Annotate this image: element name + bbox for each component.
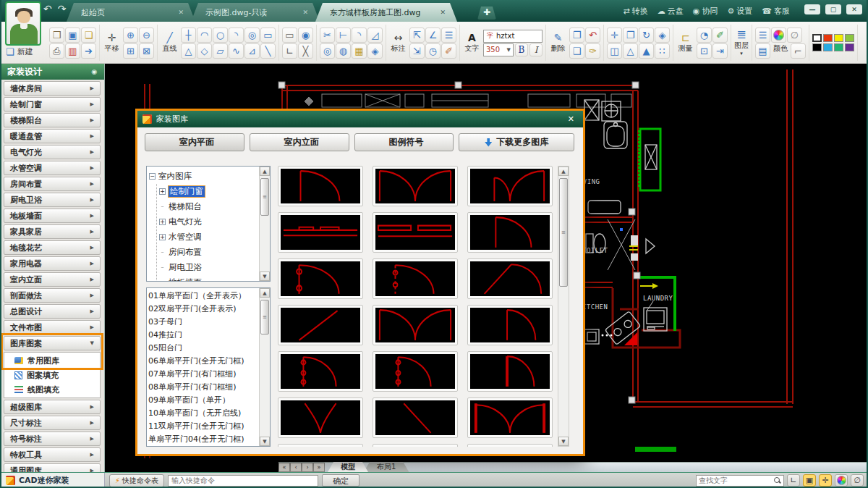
fillet-button[interactable]: ◝ [352, 28, 367, 43]
sidebar-subitem[interactable]: 线图填充 [4, 382, 100, 397]
door-tile[interactable] [373, 444, 458, 447]
layout-tab[interactable]: 模型 [328, 462, 368, 472]
door-tile[interactable] [467, 444, 553, 447]
rotate-button[interactable]: ↻ [639, 28, 654, 43]
door-tile[interactable] [373, 166, 458, 206]
door-tile[interactable] [373, 212, 458, 253]
layout-tab[interactable]: 布局1 [364, 462, 409, 472]
tree-toggle-icon[interactable] [159, 264, 166, 271]
print-button[interactable]: ⎙ [49, 43, 64, 59]
tree-node[interactable]: 厨电卫浴 [159, 260, 258, 275]
extend-button[interactable]: ⊢ [336, 28, 351, 43]
trim-button[interactable]: ✂ [320, 28, 335, 43]
color-swatch[interactable] [812, 34, 822, 42]
command-input[interactable] [168, 475, 318, 487]
tab-close-icon[interactable]: ✕ [302, 9, 308, 16]
door-tile[interactable] [278, 305, 363, 345]
door-tile[interactable] [278, 166, 363, 206]
sidebar-header[interactable]: 家装设计 ◉ [0, 64, 104, 80]
door-tile[interactable] [467, 212, 553, 253]
zoom-extents-button[interactable]: ⊠ [139, 43, 154, 59]
dim-baseline-button[interactable]: ☰ [441, 28, 456, 43]
tree-toggle-icon[interactable] [159, 234, 166, 240]
copy-button[interactable]: ❐ [569, 28, 584, 43]
tree-node[interactable]: 房间布置 [159, 245, 258, 260]
view-next-button[interactable]: ⇥ [712, 43, 728, 59]
block-list-item[interactable]: 11双扇平开门(全开无门框) [148, 420, 258, 433]
undo-button[interactable]: ↶ [585, 28, 600, 43]
font-size-select[interactable]: 350▼ [483, 43, 514, 56]
user-avatar[interactable] [5, 1, 41, 46]
color-swatch[interactable] [812, 43, 822, 51]
sidebar-item[interactable]: 总图设计 ▶ [4, 304, 101, 319]
color-swatch[interactable] [823, 34, 833, 42]
back-icon[interactable]: ↶ [43, 4, 52, 14]
titlebar-menu-item[interactable]: 协同 [693, 6, 718, 17]
region-button[interactable]: ◍ [336, 43, 351, 59]
circle-button[interactable]: ◎ [244, 28, 260, 43]
tree-scrollbar[interactable]: ▲ ▼ [259, 167, 270, 281]
tree-node[interactable]: 楼梯阳台 [159, 199, 258, 214]
ok-button[interactable]: 确定 [322, 474, 359, 487]
sidebar-item[interactable]: 地毯花艺 ▶ [4, 240, 101, 255]
door-tile[interactable] [373, 258, 458, 299]
move-button[interactable]: ✛ [607, 28, 622, 43]
pan-tool[interactable]: ✛平移 [103, 33, 121, 54]
first-tab-icon[interactable]: « [278, 463, 290, 472]
triangle-button[interactable]: △ [181, 43, 196, 59]
tree-toggle-icon[interactable] [159, 249, 166, 256]
new-tab-button[interactable]: ✚ [477, 7, 496, 20]
door-tile[interactable] [467, 351, 553, 392]
sidebar-item[interactable]: 文件布图 ▶ [4, 320, 101, 335]
line-tool[interactable]: ╱直线 [161, 33, 179, 54]
door-tile[interactable] [278, 397, 363, 438]
door-tile[interactable] [373, 397, 458, 438]
scale-button[interactable]: △ [623, 43, 638, 59]
scroll-down-icon[interactable]: ▼ [260, 272, 270, 281]
sidebar-item[interactable]: 剖面做法 ▶ [4, 288, 101, 303]
tree-toggle-icon[interactable] [159, 188, 166, 195]
color-swatch[interactable] [834, 43, 843, 51]
parallelogram-button[interactable]: ▱ [213, 43, 228, 59]
mark-button[interactable]: ✐ [712, 28, 728, 43]
prev-tab-icon[interactable]: ‹ [290, 463, 302, 472]
minimize-button[interactable]: — [804, 4, 820, 14]
segment-button[interactable]: ╲ [260, 43, 276, 59]
sidebar-item[interactable]: 墙体房间 ▶ [4, 81, 101, 96]
sidebar-item[interactable]: 尺寸标注 ▶ [4, 416, 101, 430]
sidebar-item[interactable]: 楼梯阳台 ▶ [4, 113, 101, 127]
block-list-item[interactable]: 10单扇平面门（无开启线) [148, 407, 258, 420]
scroll-down-icon[interactable]: ▼ [558, 437, 569, 446]
list-scrollbar[interactable]: ▲ ▼ [259, 288, 270, 446]
dialog-tab[interactable]: 图例符号 [354, 133, 454, 151]
sidebar-item[interactable]: 房间布置 ▶ [4, 177, 101, 191]
lweight-button[interactable]: ▤ [755, 43, 770, 59]
save-button[interactable]: ▣ [65, 28, 80, 43]
donut-button[interactable]: ◎ [320, 43, 335, 59]
sidebar-item[interactable]: 特权工具 ▶ [4, 447, 101, 462]
door-tile[interactable] [373, 305, 458, 345]
next-tab-icon[interactable]: › [302, 463, 313, 472]
dim-angular-button[interactable]: ∠ [425, 28, 441, 43]
gradient-button[interactable]: ◈ [367, 43, 383, 59]
block-list-item[interactable]: 03子母门 [148, 316, 258, 329]
block-list-item[interactable]: 06单扇平开门(全开无门框) [148, 355, 258, 368]
block-list-item[interactable]: 09单扇平面门（单开） [148, 394, 258, 407]
scrollbar-thumb[interactable] [260, 300, 269, 335]
door-tile[interactable] [278, 212, 363, 253]
block-list-item[interactable]: 05阳台门 [148, 342, 258, 355]
copy-block-button[interactable]: ❐ [623, 28, 638, 43]
sidebar-item[interactable]: 符号标注 ▶ [4, 432, 101, 446]
scroll-up-icon[interactable]: ▲ [558, 167, 569, 176]
quick-command-button[interactable]: ⚡ 快捷命令表 [109, 474, 164, 487]
tab-close-icon[interactable]: ✕ [440, 9, 446, 16]
color-swatch[interactable] [823, 43, 833, 51]
polygon-button[interactable]: ◇ [197, 43, 212, 59]
document-tab[interactable]: 示例图.dwg-只读 ✕ [191, 3, 320, 22]
door-tile[interactable] [467, 258, 553, 299]
scroll-up-icon[interactable]: ▲ [260, 288, 270, 298]
door-tile[interactable] [467, 166, 553, 206]
scroll-up-icon[interactable]: ▲ [260, 167, 270, 176]
color-swatch[interactable] [845, 34, 854, 42]
trapezoid-button[interactable]: ⊿ [244, 43, 260, 59]
